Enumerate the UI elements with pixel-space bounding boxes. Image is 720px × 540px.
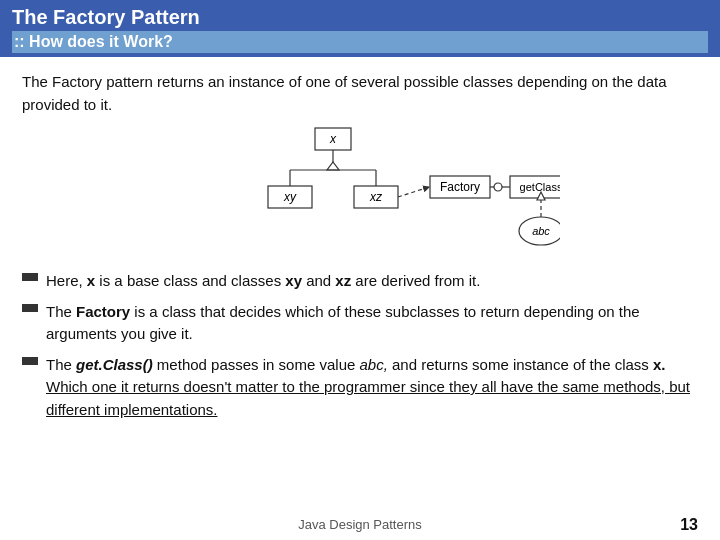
bullet-list: Here, x is a base class and classes xy a…: [22, 270, 698, 421]
svg-marker-3: [327, 162, 339, 170]
slide-footer: Java Design Patterns 13: [0, 517, 720, 532]
bullet-icon: [22, 304, 38, 312]
footer-label: Java Design Patterns: [298, 517, 422, 532]
uml-diagram: x xy xz Factory: [160, 126, 560, 256]
svg-text:Factory: Factory: [440, 180, 480, 194]
svg-text:x: x: [329, 132, 337, 146]
slide-header: The Factory Pattern :: How does it Work?: [0, 0, 720, 57]
svg-text:xz: xz: [369, 190, 383, 204]
slide-content: The Factory pattern returns an instance …: [0, 57, 720, 421]
slide-title: The Factory Pattern: [12, 6, 708, 29]
intro-paragraph: The Factory pattern returns an instance …: [22, 71, 698, 116]
bullet-icon: [22, 273, 38, 281]
bullet-icon: [22, 357, 38, 365]
svg-text:xy: xy: [283, 190, 297, 204]
svg-line-13: [398, 187, 429, 197]
svg-text:abc: abc: [532, 225, 550, 237]
diagram-area: x xy xz Factory: [22, 126, 698, 256]
footer-page: 13: [680, 516, 698, 534]
svg-point-15: [494, 183, 502, 191]
list-item: The Factory is a class that decides whic…: [22, 301, 698, 346]
slide-subtitle: :: How does it Work?: [12, 31, 708, 53]
list-item: Here, x is a base class and classes xy a…: [22, 270, 698, 293]
bullet-text-1: Here, x is a base class and classes xy a…: [46, 270, 698, 293]
svg-text:getClass: getClass: [520, 181, 560, 193]
bullet-text-2: The Factory is a class that decides whic…: [46, 301, 698, 346]
list-item: The get.Class() method passes in some va…: [22, 354, 698, 422]
bullet-text-3: The get.Class() method passes in some va…: [46, 354, 698, 422]
